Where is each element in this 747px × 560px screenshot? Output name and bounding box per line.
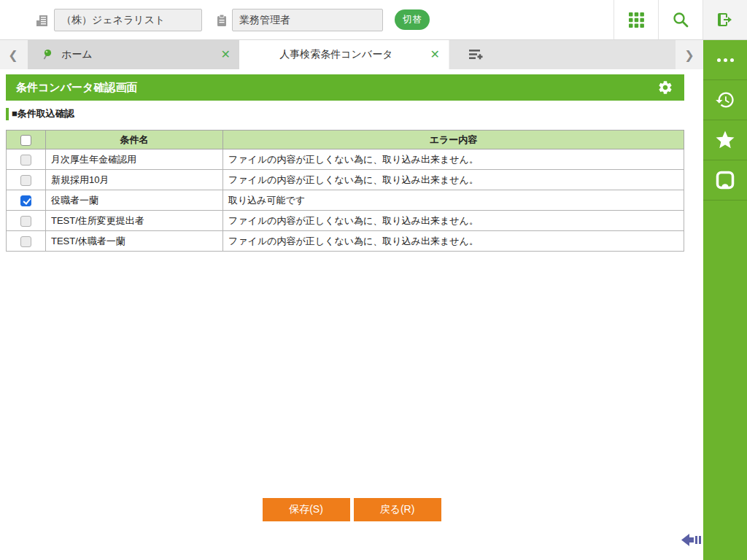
logout-icon — [716, 11, 734, 28]
action-bar: 保存(S) 戻る(R) — [0, 498, 703, 521]
row-checkbox[interactable] — [20, 155, 31, 166]
table-row: 月次厚生年金確認用 ファイルの内容が正しくない為に、取り込み出来ません。 — [7, 149, 684, 170]
row-checkbox[interactable] — [20, 195, 31, 206]
app-window: 切替 ❮ — [0, 0, 747, 560]
row-checkbox[interactable] — [20, 236, 31, 247]
table-row: 役職者一蘭 取り込み可能です — [7, 190, 684, 211]
select-all-checkbox[interactable] — [20, 135, 31, 146]
tab-scroll-right-icon[interactable]: ❯ — [676, 40, 703, 69]
settings-button[interactable] — [646, 74, 684, 101]
notebook-icon — [715, 170, 735, 190]
tab-converter-label: 人事検索条件コンバータ — [248, 48, 425, 61]
star-icon — [714, 129, 736, 151]
condition-name: 新規採用10月 — [46, 170, 223, 190]
add-tab-icon — [467, 46, 484, 63]
favorites-button[interactable] — [703, 120, 747, 160]
tab-home-close-icon[interactable]: ✕ — [221, 49, 231, 61]
more-icon — [717, 58, 734, 62]
section-title: ■条件取込確認 — [12, 107, 74, 120]
more-button[interactable] — [703, 40, 747, 80]
tab-home[interactable]: ホーム ✕ — [28, 40, 239, 69]
table-row: TEST/休職者一蘭 ファイルの内容が正しくない為に、取り込み出来ません。 — [7, 231, 684, 252]
grid-icon — [628, 12, 645, 28]
search-icon — [672, 11, 689, 28]
section-heading: ■条件取込確認 — [6, 107, 74, 120]
right-sidebar — [703, 40, 747, 560]
table-row: TEST/住所変更提出者 ファイルの内容が正しくない為に、取り込み出来ません。 — [7, 211, 684, 231]
tab-home-label: ホーム — [61, 48, 215, 61]
header-error: エラー内容 — [223, 131, 684, 149]
building-icon — [36, 14, 49, 27]
section-accent-bar — [6, 108, 9, 120]
table-row: 新規採用10月 ファイルの内容が正しくない為に、取り込み出来ません。 — [7, 170, 684, 190]
collapse-arrow-icon — [681, 533, 702, 547]
tab-add-area[interactable] — [449, 40, 676, 69]
save-button[interactable]: 保存(S) — [263, 498, 350, 521]
notebook-button[interactable] — [703, 160, 747, 201]
error-message: ファイルの内容が正しくない為に、取り込み出来ません。 — [223, 231, 684, 252]
switch-button[interactable]: 切替 — [395, 9, 430, 30]
header-select-cell — [7, 131, 46, 149]
row-checkbox[interactable] — [20, 216, 31, 227]
error-message: ファイルの内容が正しくない為に、取り込み出来ません。 — [223, 211, 684, 231]
tab-bar: ❮ ホーム ✕ 人事検索条件コンバータ ✕ — [0, 40, 703, 69]
condition-name: 役職者一蘭 — [46, 190, 223, 211]
tab-converter[interactable]: 人事検索条件コンバータ ✕ — [239, 40, 449, 69]
condition-name: 月次厚生年金確認用 — [46, 149, 223, 170]
gear-icon — [657, 79, 673, 96]
error-message: 取り込み可能です — [223, 190, 684, 211]
condition-table: 条件名 エラー内容 月次厚生年金確認用 ファイルの内容が正しくない為に、取り込み… — [6, 130, 684, 252]
back-button[interactable]: 戻る(R) — [354, 498, 441, 521]
apps-menu-button[interactable] — [614, 0, 658, 39]
tab-converter-close-icon[interactable]: ✕ — [430, 49, 440, 61]
row-checkbox[interactable] — [20, 175, 31, 186]
history-icon — [715, 90, 735, 110]
logout-button[interactable] — [703, 0, 747, 39]
page-title: 条件コンバータ確認画面 — [6, 81, 646, 95]
company-input[interactable] — [54, 9, 202, 31]
header-name: 条件名 — [46, 131, 223, 149]
clipboard-icon — [215, 14, 228, 27]
role-input[interactable] — [232, 9, 383, 31]
pin-icon — [42, 49, 53, 61]
topbar: 切替 — [0, 0, 747, 40]
page-header: 条件コンバータ確認画面 — [6, 74, 684, 101]
history-button[interactable] — [703, 80, 747, 120]
table-header-row: 条件名 エラー内容 — [7, 131, 684, 149]
error-message: ファイルの内容が正しくない為に、取り込み出来ません。 — [223, 149, 684, 170]
error-message: ファイルの内容が正しくない為に、取り込み出来ません。 — [223, 170, 684, 190]
search-button[interactable] — [658, 0, 703, 39]
tab-scroll-left-icon[interactable]: ❮ — [0, 40, 26, 69]
condition-name: TEST/住所変更提出者 — [46, 211, 223, 231]
sidebar-collapse-button[interactable] — [681, 533, 702, 547]
condition-name: TEST/休職者一蘭 — [46, 231, 223, 252]
